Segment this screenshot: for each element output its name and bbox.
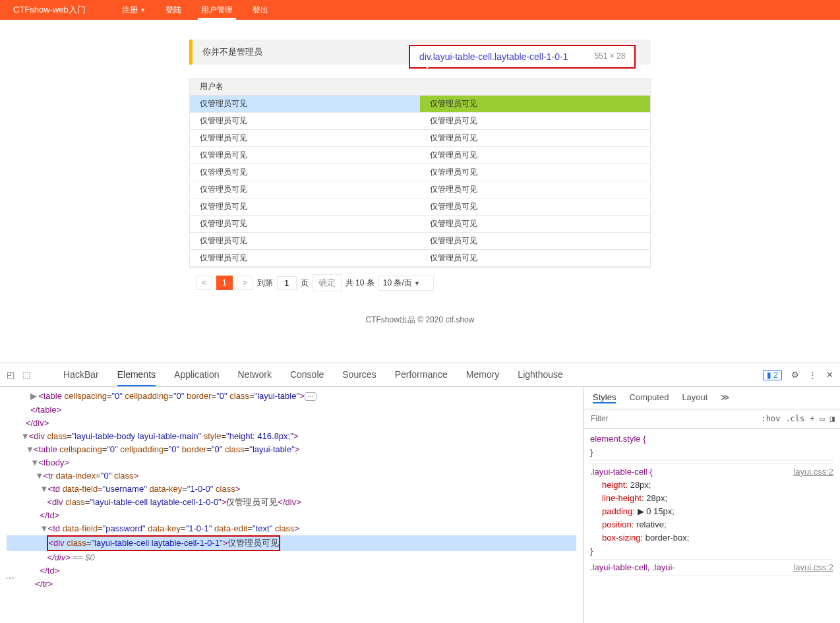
top-nav: 注册▼登陆用户管理登出 xyxy=(112,0,278,20)
table-row: 仅管理员可见仅管理员可见 xyxy=(190,113,650,130)
table-row: 仅管理员可见仅管理员可见 xyxy=(190,250,650,267)
brand-title: CTFshow-web入门 xyxy=(13,4,86,16)
table-row: 仅管理员可见仅管理员可见 xyxy=(190,130,650,147)
table-row: 仅管理员可见仅管理员可见 xyxy=(190,164,650,181)
page-input[interactable] xyxy=(277,276,297,290)
table-row: 仅管理员可见仅管理员可见 xyxy=(190,147,650,164)
inspect-tooltip: div.layui-table-cell.laytable-cell-1-0-1… xyxy=(409,45,636,69)
col-username: 用户名 xyxy=(190,78,650,96)
next-page[interactable]: > xyxy=(237,276,253,290)
page-1[interactable]: 1 xyxy=(216,276,233,290)
table-row: 仅管理员可见仅管理员可见 xyxy=(190,198,650,216)
page-footer: CTFshow出品 © 2020 ctf.show xyxy=(0,314,840,326)
table-row: 仅管理员可见仅管理员可见 xyxy=(190,216,650,233)
goto-confirm[interactable]: 确定 xyxy=(313,274,342,291)
prev-page[interactable]: < xyxy=(196,276,212,290)
nav-登出[interactable]: 登出 xyxy=(243,0,278,20)
table-row: 仅管理员可见仅管理员可见 xyxy=(190,181,650,198)
nav-登陆[interactable]: 登陆 xyxy=(156,0,191,20)
app-header: CTFshow-web入门 注册▼登陆用户管理登出 xyxy=(0,0,840,20)
nav-注册[interactable]: 注册▼ xyxy=(112,0,156,20)
per-page-select[interactable]: 10 条/页 ▼ xyxy=(378,276,434,291)
table-row: 仅管理员可见仅管理员可见 xyxy=(190,96,650,113)
pagination: < 1 > 到第 页 确定 共 10 条 10 条/页 ▼ xyxy=(189,268,651,298)
user-table: 用户名 仅管理员可见仅管理员可见仅管理员可见仅管理员可见仅管理员可见仅管理员可见… xyxy=(189,78,651,268)
nav-用户管理[interactable]: 用户管理 xyxy=(191,0,243,20)
table-row: 仅管理员可见仅管理员可见 xyxy=(190,233,650,250)
